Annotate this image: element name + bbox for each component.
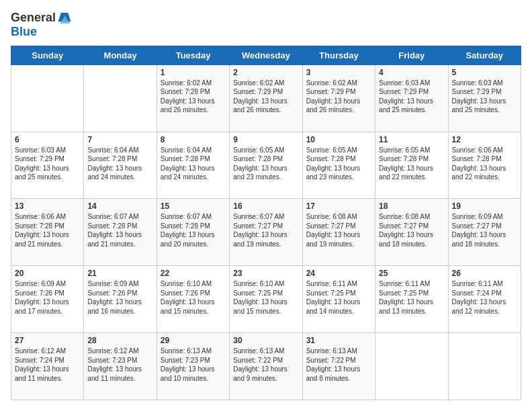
calendar-cell bbox=[11, 64, 84, 132]
weekday-header-friday: Friday bbox=[375, 46, 448, 64]
cell-content: Sunrise: 6:13 AM Sunset: 7:23 PM Dayligh… bbox=[161, 347, 226, 383]
day-number: 15 bbox=[161, 201, 226, 211]
cell-content: Sunrise: 6:05 AM Sunset: 7:28 PM Dayligh… bbox=[379, 146, 444, 182]
calendar-cell: 4 Sunrise: 6:03 AM Sunset: 7:29 PM Dayli… bbox=[375, 64, 448, 132]
cell-content: Sunrise: 6:12 AM Sunset: 7:23 PM Dayligh… bbox=[87, 347, 152, 383]
calendar-week-row: 20 Sunrise: 6:09 AM Sunset: 7:26 PM Dayl… bbox=[11, 266, 521, 333]
calendar-cell: 10 Sunrise: 6:05 AM Sunset: 7:28 PM Dayl… bbox=[302, 132, 375, 199]
cell-content: Sunrise: 6:02 AM Sunset: 7:28 PM Dayligh… bbox=[161, 79, 226, 115]
day-number: 24 bbox=[306, 269, 371, 278]
cell-content: Sunrise: 6:08 AM Sunset: 7:27 PM Dayligh… bbox=[306, 212, 371, 248]
calendar-cell: 13 Sunrise: 6:06 AM Sunset: 7:28 PM Dayl… bbox=[11, 199, 84, 266]
weekday-header-thursday: Thursday bbox=[302, 46, 375, 64]
day-number: 29 bbox=[161, 336, 226, 345]
cell-content: Sunrise: 6:03 AM Sunset: 7:29 PM Dayligh… bbox=[379, 79, 444, 115]
calendar-cell: 20 Sunrise: 6:09 AM Sunset: 7:26 PM Dayl… bbox=[11, 266, 84, 333]
calendar-cell: 17 Sunrise: 6:08 AM Sunset: 7:27 PM Dayl… bbox=[302, 199, 375, 266]
day-number: 16 bbox=[233, 201, 298, 211]
day-number: 22 bbox=[161, 269, 226, 278]
calendar-cell bbox=[448, 333, 521, 400]
calendar-cell: 1 Sunrise: 6:02 AM Sunset: 7:28 PM Dayli… bbox=[157, 64, 229, 132]
day-number: 5 bbox=[452, 68, 517, 77]
calendar-cell: 25 Sunrise: 6:11 AM Sunset: 7:25 PM Dayl… bbox=[375, 266, 448, 333]
cell-content: Sunrise: 6:04 AM Sunset: 7:28 PM Dayligh… bbox=[87, 146, 152, 182]
calendar-cell: 29 Sunrise: 6:13 AM Sunset: 7:23 PM Dayl… bbox=[157, 333, 229, 400]
calendar-cell: 12 Sunrise: 6:06 AM Sunset: 7:28 PM Dayl… bbox=[448, 132, 521, 199]
day-number: 3 bbox=[306, 68, 371, 77]
calendar-cell: 30 Sunrise: 6:13 AM Sunset: 7:22 PM Dayl… bbox=[230, 333, 302, 400]
day-number: 4 bbox=[379, 68, 444, 77]
cell-content: Sunrise: 6:11 AM Sunset: 7:25 PM Dayligh… bbox=[379, 279, 444, 316]
day-number: 21 bbox=[87, 269, 152, 278]
cell-content: Sunrise: 6:13 AM Sunset: 7:22 PM Dayligh… bbox=[306, 347, 371, 383]
day-number: 31 bbox=[306, 336, 371, 345]
cell-content: Sunrise: 6:02 AM Sunset: 7:29 PM Dayligh… bbox=[306, 79, 371, 115]
logo-blue-text: Blue bbox=[11, 26, 72, 39]
cell-content: Sunrise: 6:11 AM Sunset: 7:24 PM Dayligh… bbox=[452, 279, 517, 316]
cell-content: Sunrise: 6:03 AM Sunset: 7:29 PM Dayligh… bbox=[452, 79, 517, 115]
logo-icon bbox=[57, 11, 72, 26]
day-number: 18 bbox=[379, 201, 444, 211]
cell-content: Sunrise: 6:09 AM Sunset: 7:26 PM Dayligh… bbox=[87, 279, 152, 316]
cell-content: Sunrise: 6:10 AM Sunset: 7:26 PM Dayligh… bbox=[161, 279, 226, 316]
calendar-week-row: 6 Sunrise: 6:03 AM Sunset: 7:29 PM Dayli… bbox=[11, 132, 521, 199]
calendar-cell bbox=[84, 64, 157, 132]
day-number: 17 bbox=[306, 201, 371, 211]
day-number: 8 bbox=[161, 135, 226, 144]
weekday-header-sunday: Sunday bbox=[11, 46, 84, 64]
cell-content: Sunrise: 6:03 AM Sunset: 7:29 PM Dayligh… bbox=[15, 146, 80, 182]
calendar-cell: 23 Sunrise: 6:10 AM Sunset: 7:25 PM Dayl… bbox=[230, 266, 302, 333]
cell-content: Sunrise: 6:11 AM Sunset: 7:25 PM Dayligh… bbox=[306, 279, 371, 316]
cell-content: Sunrise: 6:10 AM Sunset: 7:25 PM Dayligh… bbox=[233, 279, 298, 316]
calendar-cell: 14 Sunrise: 6:07 AM Sunset: 7:28 PM Dayl… bbox=[84, 199, 157, 266]
calendar-cell: 21 Sunrise: 6:09 AM Sunset: 7:26 PM Dayl… bbox=[84, 266, 157, 333]
cell-content: Sunrise: 6:12 AM Sunset: 7:24 PM Dayligh… bbox=[15, 347, 80, 383]
day-number: 2 bbox=[233, 68, 298, 77]
calendar-cell: 15 Sunrise: 6:07 AM Sunset: 7:28 PM Dayl… bbox=[157, 199, 229, 266]
cell-content: Sunrise: 6:07 AM Sunset: 7:27 PM Dayligh… bbox=[233, 212, 298, 248]
day-number: 10 bbox=[306, 135, 371, 144]
day-number: 20 bbox=[15, 269, 80, 278]
cell-content: Sunrise: 6:07 AM Sunset: 7:28 PM Dayligh… bbox=[87, 212, 152, 248]
cell-content: Sunrise: 6:02 AM Sunset: 7:29 PM Dayligh… bbox=[233, 79, 298, 115]
calendar-cell: 8 Sunrise: 6:04 AM Sunset: 7:28 PM Dayli… bbox=[157, 132, 229, 199]
calendar-cell: 28 Sunrise: 6:12 AM Sunset: 7:23 PM Dayl… bbox=[84, 333, 157, 400]
weekday-header-wednesday: Wednesday bbox=[230, 46, 302, 64]
weekday-header-monday: Monday bbox=[84, 46, 157, 64]
weekday-header-tuesday: Tuesday bbox=[157, 46, 229, 64]
cell-content: Sunrise: 6:09 AM Sunset: 7:27 PM Dayligh… bbox=[452, 212, 517, 248]
cell-content: Sunrise: 6:06 AM Sunset: 7:28 PM Dayligh… bbox=[452, 146, 517, 182]
day-number: 9 bbox=[233, 135, 298, 144]
calendar-cell: 16 Sunrise: 6:07 AM Sunset: 7:27 PM Dayl… bbox=[230, 199, 302, 266]
logo-general-text: General bbox=[11, 11, 56, 25]
calendar-week-row: 27 Sunrise: 6:12 AM Sunset: 7:24 PM Dayl… bbox=[11, 333, 521, 400]
weekday-header-row: SundayMondayTuesdayWednesdayThursdayFrid… bbox=[11, 46, 521, 64]
day-number: 6 bbox=[15, 135, 80, 144]
cell-content: Sunrise: 6:13 AM Sunset: 7:22 PM Dayligh… bbox=[233, 347, 298, 383]
calendar-table: SundayMondayTuesdayWednesdayThursdayFrid… bbox=[11, 46, 521, 400]
calendar-cell: 26 Sunrise: 6:11 AM Sunset: 7:24 PM Dayl… bbox=[448, 266, 521, 333]
calendar-cell: 2 Sunrise: 6:02 AM Sunset: 7:29 PM Dayli… bbox=[230, 64, 302, 132]
day-number: 27 bbox=[15, 336, 80, 345]
cell-content: Sunrise: 6:07 AM Sunset: 7:28 PM Dayligh… bbox=[161, 212, 226, 248]
calendar-cell: 19 Sunrise: 6:09 AM Sunset: 7:27 PM Dayl… bbox=[448, 199, 521, 266]
calendar-cell: 18 Sunrise: 6:08 AM Sunset: 7:27 PM Dayl… bbox=[375, 199, 448, 266]
day-number: 1 bbox=[161, 68, 226, 77]
cell-content: Sunrise: 6:04 AM Sunset: 7:28 PM Dayligh… bbox=[161, 146, 226, 182]
calendar-cell: 11 Sunrise: 6:05 AM Sunset: 7:28 PM Dayl… bbox=[375, 132, 448, 199]
day-number: 30 bbox=[233, 336, 298, 345]
weekday-header-saturday: Saturday bbox=[448, 46, 521, 64]
calendar-cell bbox=[375, 333, 448, 400]
day-number: 23 bbox=[233, 269, 298, 278]
calendar-cell: 6 Sunrise: 6:03 AM Sunset: 7:29 PM Dayli… bbox=[11, 132, 84, 199]
calendar-cell: 27 Sunrise: 6:12 AM Sunset: 7:24 PM Dayl… bbox=[11, 333, 84, 400]
day-number: 12 bbox=[452, 135, 517, 144]
calendar-cell: 7 Sunrise: 6:04 AM Sunset: 7:28 PM Dayli… bbox=[84, 132, 157, 199]
day-number: 13 bbox=[15, 201, 80, 211]
calendar-cell: 5 Sunrise: 6:03 AM Sunset: 7:29 PM Dayli… bbox=[448, 64, 521, 132]
day-number: 7 bbox=[87, 135, 152, 144]
calendar-cell: 3 Sunrise: 6:02 AM Sunset: 7:29 PM Dayli… bbox=[302, 64, 375, 132]
calendar-body: 1 Sunrise: 6:02 AM Sunset: 7:28 PM Dayli… bbox=[11, 64, 521, 400]
day-number: 14 bbox=[87, 201, 152, 211]
calendar-cell: 9 Sunrise: 6:05 AM Sunset: 7:28 PM Dayli… bbox=[230, 132, 302, 199]
